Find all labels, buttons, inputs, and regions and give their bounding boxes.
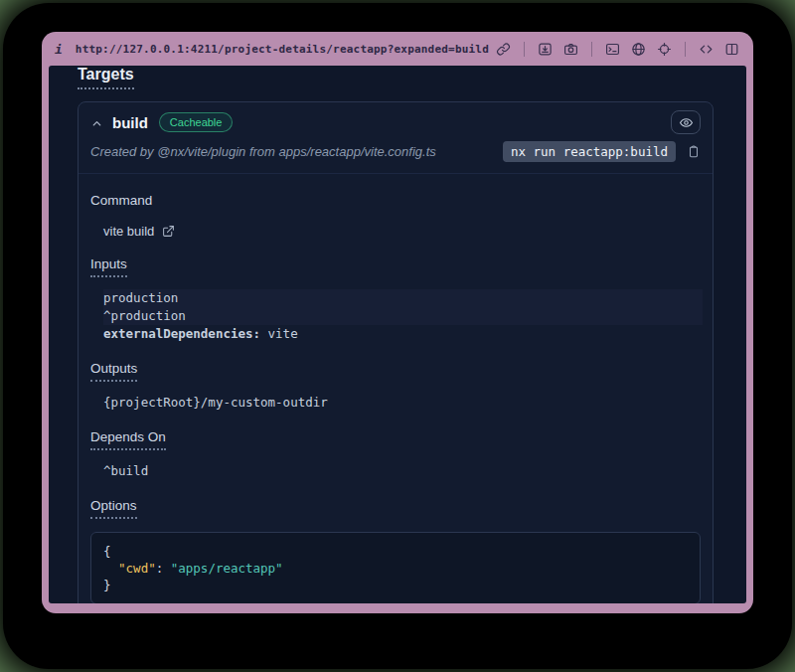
- clipboard-icon: [687, 144, 701, 159]
- created-by-text: Created by @nx/vite/plugin from apps/rea…: [90, 144, 436, 159]
- input-item-named: externalDependencies: vite: [103, 325, 701, 343]
- code-brace-open: {: [103, 544, 111, 559]
- depends-on-section: Depends On ^build: [90, 427, 701, 480]
- depends-on-heading: Depends On: [90, 429, 166, 450]
- depends-on-item: ^build: [103, 462, 701, 480]
- outputs-heading: Outputs: [90, 361, 137, 382]
- toolbar-divider: [591, 42, 592, 57]
- chevron-up-icon: [90, 116, 103, 129]
- browser-window: i http://127.0.0.1:4211/project-details/…: [42, 32, 753, 613]
- target-name-build: build: [112, 114, 148, 131]
- toolbar-divider: [685, 42, 686, 57]
- inputs-heading: Inputs: [90, 256, 127, 277]
- options-heading: Options: [90, 498, 137, 519]
- crosshair-icon[interactable]: [656, 41, 673, 58]
- run-command-chip: nx run reactapp:build: [503, 141, 676, 162]
- eye-icon: [679, 115, 694, 130]
- split-panel-icon[interactable]: [723, 41, 740, 58]
- cacheable-badge: Cacheable: [159, 112, 234, 132]
- build-card-body: Command vite build Inputs production ^pr…: [79, 174, 713, 603]
- code-key-cwd: "cwd": [118, 561, 156, 576]
- address-url: http://127.0.0.1:4211/project-details/re…: [76, 43, 489, 56]
- download-icon[interactable]: [537, 41, 554, 58]
- code-brace-close: }: [103, 578, 111, 592]
- inputs-group: production ^production: [103, 289, 703, 325]
- command-section: Command vite build: [90, 191, 701, 239]
- inputs-section: Inputs production ^production externalDe…: [90, 254, 701, 343]
- code-value-cwd: "apps/reactapp": [171, 561, 283, 576]
- command-heading: Command: [90, 193, 152, 208]
- external-link-icon[interactable]: [162, 225, 175, 238]
- target-card-build: build Cacheable Created by @nx/vite/plug…: [78, 101, 714, 603]
- terminal-icon[interactable]: [604, 41, 621, 58]
- view-target-build-button[interactable]: [671, 110, 701, 134]
- page-title: Targets: [78, 66, 134, 89]
- browser-toolbar: i http://127.0.0.1:4211/project-details/…: [42, 32, 753, 66]
- toolbar-divider: [524, 42, 525, 57]
- build-card-header[interactable]: build Cacheable: [79, 102, 713, 136]
- command-value: vite build: [103, 224, 154, 239]
- link-icon[interactable]: [495, 41, 512, 58]
- input-item: production: [103, 289, 703, 307]
- output-item: {projectRoot}/my-custom-outdir: [103, 394, 701, 412]
- project-details-page: Targets build Cacheable Created by @nx/v…: [49, 66, 746, 603]
- options-code-block: { "cwd": "apps/reactapp" }: [90, 532, 701, 603]
- options-section: Options { "cwd": "apps/reactapp" }: [90, 496, 701, 603]
- copy-command-button[interactable]: [687, 144, 701, 159]
- camera-icon[interactable]: [562, 41, 579, 58]
- input-named-value: vite: [260, 326, 298, 341]
- info-icon: i: [55, 42, 63, 57]
- input-named-key: externalDependencies:: [103, 326, 260, 341]
- outputs-section: Outputs {projectRoot}/my-custom-outdir: [90, 359, 701, 412]
- code-icon[interactable]: [698, 41, 715, 58]
- globe-icon[interactable]: [630, 41, 647, 58]
- created-by-row: Created by @nx/vite/plugin from apps/rea…: [79, 136, 713, 174]
- input-item: ^production: [103, 307, 703, 325]
